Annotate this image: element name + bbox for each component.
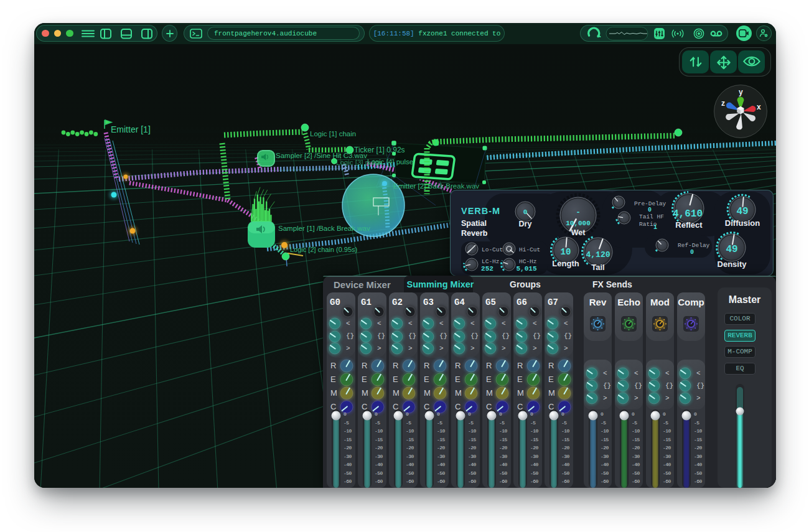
svg-text:Density: Density [718,259,747,269]
svg-text:x: x [757,103,761,111]
svg-text:Tail HF: Tail HF [639,213,664,220]
svg-text:Tail: Tail [591,263,604,272]
svg-text:VERB-M: VERB-M [461,206,500,216]
svg-text:Ticker [1] 0.92s: Ticker [1] 0.92s [354,146,405,154]
svg-text:Diffusion: Diffusion [725,218,760,228]
svg-text:4,120: 4,120 [586,250,610,259]
svg-text:Spatial: Spatial [461,219,487,228]
svg-text:-: - [576,208,580,217]
svg-text:Length: Length [552,259,579,268]
svg-text:Hi-Cut: Hi-Cut [519,246,540,253]
svg-text:z: z [721,99,725,108]
svg-text:0: 0 [523,208,528,216]
svg-text:1: 1 [653,224,657,231]
svg-text:Logic [1] chain: Logic [1] chain [310,130,356,138]
svg-text:49: 49 [736,206,748,217]
svg-text:LC-Hz: LC-Hz [482,258,500,265]
svg-text:49: 49 [726,244,737,255]
svg-text:0: 0 [690,249,694,256]
svg-text:Dry: Dry [519,220,532,228]
svg-text:Emitter [1]: Emitter [1] [111,124,151,134]
svg-text:5,015: 5,015 [516,265,536,273]
svg-text:Sampler [1] /Back Break.wav: Sampler [1] /Back Break.wav [278,225,370,232]
svg-text:Logic [2] chain (0.95s): Logic [2] chain (0.95s) [290,246,357,253]
svg-text:HC-Hz: HC-Hz [519,258,537,265]
svg-text:y: y [739,88,743,96]
svg-text:Reflect: Reflect [675,220,703,230]
svg-text:Logic [4] pulse: Logic [4] pulse [367,158,413,166]
svg-text:Wet: Wet [571,228,586,237]
svg-text:252: 252 [481,265,493,273]
svg-text:Ref-Delay: Ref-Delay [678,242,710,249]
svg-text:10,000: 10,000 [566,220,591,227]
svg-text:0: 0 [648,207,652,213]
svg-text:Lo-Cut: Lo-Cut [482,246,503,253]
svg-text:10: 10 [561,247,571,257]
svg-text:4,610: 4,610 [673,208,703,220]
svg-text:Emitter [2] Back Break.wav: Emitter [2] Back Break.wav [393,182,479,190]
svg-text:Reverb: Reverb [461,229,488,238]
